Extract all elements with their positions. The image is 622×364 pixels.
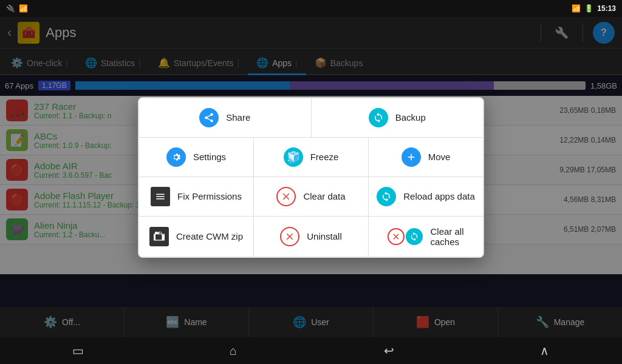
create-cwm-zip-button[interactable]: Create CWM zip [139, 217, 254, 257]
clear-data-label: Clear data [303, 191, 345, 201]
nav-bar: ▭ ⌂ ↩ ∧ [0, 337, 622, 364]
clear-all-caches-label: Clear allcaches [430, 226, 463, 247]
status-bar: 🔌 📶 📶 🔋 15:13 [0, 0, 622, 17]
context-menu: Share Backup Settings [138, 97, 484, 258]
settings-icon [166, 147, 186, 167]
move-icon [402, 147, 421, 167]
backup-label: Backup [395, 112, 426, 123]
clear-data-icon [276, 187, 296, 206]
back-nav-button[interactable]: ↩ [371, 343, 407, 358]
uninstall-button[interactable]: Uninstall [254, 217, 369, 257]
up-button[interactable]: ∧ [526, 343, 562, 358]
status-right: 📶 🔋 15:13 [572, 4, 616, 13]
create-cwm-zip-label: Create CWM zip [176, 231, 243, 241]
settings-button[interactable]: Settings [139, 138, 254, 177]
move-button[interactable]: Move [369, 138, 483, 177]
uninstall-label: Uninstall [307, 231, 342, 241]
clear-all-caches-button[interactable]: Clear allcaches [369, 217, 483, 257]
fix-permissions-button[interactable]: Fix Permissions [139, 177, 254, 216]
reload-icon-secondary [406, 228, 423, 245]
fix-permissions-label: Fix Permissions [177, 191, 242, 201]
reload-apps-data-label: Reload apps data [403, 191, 475, 201]
battery-icon: 🔋 [584, 4, 593, 13]
backup-icon [369, 108, 388, 127]
ctx-row-4: Create CWM zip Uninstall [139, 217, 483, 257]
clear-data-button[interactable]: Clear data [254, 177, 369, 216]
clear-all-caches-icon [388, 228, 405, 245]
home-button[interactable]: ⌂ [215, 344, 251, 358]
freeze-button[interactable]: 🧊 Freeze [254, 138, 369, 177]
usb-icon: 🔌 [6, 4, 15, 13]
fix-permissions-icon [151, 187, 170, 206]
move-label: Move [428, 152, 451, 162]
wifi-icon: 📶 [572, 4, 581, 13]
ctx-row-1: Share Backup [139, 98, 483, 138]
reload-apps-data-button[interactable]: Reload apps data [369, 177, 483, 216]
status-left: 🔌 📶 [6, 4, 28, 13]
signal-icon: 📶 [19, 4, 28, 13]
create-cwm-zip-icon [149, 227, 169, 246]
recent-button[interactable]: ▭ [60, 343, 96, 358]
clock: 15:13 [597, 4, 616, 13]
backup-button[interactable]: Backup [312, 98, 484, 137]
share-icon [199, 108, 219, 127]
uninstall-icon [280, 227, 299, 246]
modal-overlay: Share Backup Settings [0, 17, 622, 337]
settings-label: Settings [193, 152, 226, 162]
ctx-row-3: Fix Permissions Clear data Reload apps d… [139, 177, 483, 217]
share-button[interactable]: Share [139, 98, 312, 137]
reload-apps-data-icon [377, 187, 396, 206]
freeze-label: Freeze [310, 152, 339, 162]
clear-all-caches-icons [388, 228, 423, 245]
share-label: Share [226, 112, 250, 123]
ctx-row-2: Settings 🧊 Freeze Move [139, 138, 483, 177]
freeze-icon: 🧊 [284, 147, 303, 167]
